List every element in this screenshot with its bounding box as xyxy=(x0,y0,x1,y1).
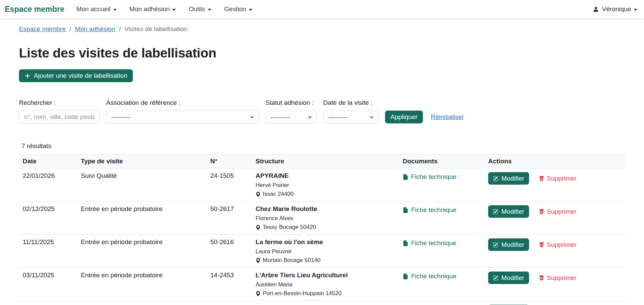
search-label: Rechercher : xyxy=(19,99,100,107)
table-row: 02/12/2025 Entrée en période probatoire … xyxy=(19,202,625,235)
delete-button[interactable]: Supprimer xyxy=(539,175,577,182)
visit-type: Entrée en période probatoire xyxy=(81,272,163,279)
trash-icon xyxy=(539,209,544,214)
map-pin-icon xyxy=(256,192,261,197)
number-cell: 24-1505 xyxy=(207,168,252,202)
table-body: 22/01/2026 Suivi Qualité 24-1505 APYRAIN… xyxy=(19,168,625,305)
structure-location: Issac 24400 xyxy=(256,191,395,197)
statut-select[interactable]: --------- xyxy=(265,111,317,123)
nav-links: Mon accueil Mon adhésion Outils Gestion xyxy=(70,0,259,18)
header-type: Type de visite xyxy=(77,155,207,168)
modify-button[interactable]: Modifier xyxy=(488,172,529,185)
modify-button[interactable]: Modifier xyxy=(488,205,529,218)
location-text: Mortain Bocage 50140 xyxy=(263,257,320,264)
date-cell: 22/01/2026 xyxy=(19,168,77,202)
location-text: Issac 24400 xyxy=(263,191,294,197)
delete-label: Supprimer xyxy=(547,175,577,182)
date-label: Date de la visite : xyxy=(323,99,379,107)
fiche-technique-link[interactable]: Fiche technique xyxy=(403,206,456,214)
table-row: 22/01/2026 Suivi Qualité 24-1505 APYRAIN… xyxy=(19,168,625,202)
search-input[interactable] xyxy=(19,111,100,123)
structure-cell: L'Arbre Tiers Lieu Agriculturel Aurélien… xyxy=(252,268,399,301)
fiche-technique-link[interactable]: Fiche technique xyxy=(403,273,456,280)
pencil-square-icon xyxy=(493,275,498,281)
reset-link[interactable]: Réinitialiser xyxy=(431,113,464,121)
nav-item-mon-accueil[interactable]: Mon accueil xyxy=(70,0,123,18)
type-cell: Entrée en période probatoire xyxy=(77,268,207,301)
type-cell: Entrée en période probatoire xyxy=(77,235,207,268)
nav-item-outils[interactable]: Outils xyxy=(182,0,218,18)
visit-number: 50-2617 xyxy=(210,205,234,212)
breadcrumb-link-mon-adhesion[interactable]: Mon adhésion xyxy=(75,25,115,33)
nav-item-label: Mon adhésion xyxy=(129,5,170,13)
structure-name: L'Arbre Tiers Lieu Agriculturel xyxy=(256,272,395,279)
structure-location: Mortain Bocage 50140 xyxy=(256,257,395,264)
breadcrumb-separator: / xyxy=(119,25,121,33)
modify-button[interactable]: Modifier xyxy=(488,272,529,284)
fiche-technique-link[interactable]: Fiche technique xyxy=(403,239,456,247)
structure-name: Chez Marie Roulotte xyxy=(256,205,395,213)
trash-icon xyxy=(539,242,544,248)
type-cell: Suivi Qualité xyxy=(77,168,207,202)
structure-cell: La ferme où l'on sème Laura Peuvrel Mort… xyxy=(252,235,399,268)
number-cell: 14-2453 xyxy=(207,301,252,305)
date-filter-group: Date de la visite : --------- xyxy=(323,99,379,123)
visit-date: 02/12/2025 xyxy=(23,205,55,212)
modify-label: Modifier xyxy=(501,241,524,249)
filters-bar: Rechercher : Association de référence : … xyxy=(19,99,625,123)
chevron-down-icon xyxy=(172,9,176,11)
association-filter-group: Association de référence : --------- xyxy=(106,99,259,123)
pencil-square-icon xyxy=(493,209,498,214)
visit-number: 24-1505 xyxy=(210,172,234,179)
date-cell: 02/12/2025 xyxy=(19,202,77,235)
nav-item-gestion[interactable]: Gestion xyxy=(218,0,259,18)
number-cell: 50-2616 xyxy=(207,235,252,268)
association-select[interactable]: --------- xyxy=(106,111,259,123)
table-row: 03/11/2025 Fin de période probatoire 14-… xyxy=(19,301,625,305)
header-documents: Documents xyxy=(399,155,484,168)
structure-cell: L'Arbre Tiers Lieu Agriculturel xyxy=(252,301,399,305)
header-actions: Actions xyxy=(484,155,625,168)
page-title: Liste des visites de labellisation xyxy=(19,46,625,61)
plus-icon xyxy=(24,73,31,79)
number-cell: 14-2453 xyxy=(207,268,252,301)
nav-item-mon-adhesion[interactable]: Mon adhésion xyxy=(123,0,182,18)
brand-link[interactable]: Espace membre xyxy=(5,5,64,14)
location-text: Port-en-Bessin-Huppain 14520 xyxy=(263,290,341,297)
apply-button[interactable]: Appliquer xyxy=(385,111,423,123)
visit-type: Entrée en période probatoire xyxy=(81,238,163,245)
structure-cell: Chez Marie Roulotte Florence Alves Tessy… xyxy=(252,202,399,235)
results-count: 7 résultats xyxy=(22,142,625,150)
type-cell: Fin de période probatoire xyxy=(77,301,207,305)
nav-item-label: Mon accueil xyxy=(76,5,110,13)
breadcrumb-separator: / xyxy=(69,25,71,33)
fiche-technique-label: Fiche technique xyxy=(411,273,456,280)
visit-type: Suivi Qualité xyxy=(81,172,117,179)
user-menu[interactable]: Véronique xyxy=(591,5,639,13)
modify-label: Modifier xyxy=(501,208,524,215)
contact-name: Florence Alves xyxy=(256,215,395,222)
date-cell: 11/11/2025 xyxy=(19,235,77,268)
modify-label: Modifier xyxy=(501,274,524,282)
date-cell: 03/11/2025 xyxy=(19,268,77,301)
date-select[interactable]: --------- xyxy=(323,111,379,123)
visits-table: Date Type de visite N° Structure Documen… xyxy=(19,154,625,305)
table-row: 03/11/2025 Entrée en période probatoire … xyxy=(19,268,625,301)
add-visit-button[interactable]: Ajouter une visite de labellisation xyxy=(19,69,133,82)
breadcrumb-link-espace-membre[interactable]: Espace membre xyxy=(19,25,66,33)
visit-date: 22/01/2026 xyxy=(23,172,55,179)
actions-cell: Modifier Supprimer xyxy=(484,301,625,305)
structure-name: APYRAINE xyxy=(256,172,395,180)
modify-label: Modifier xyxy=(501,175,524,182)
breadcrumb: Espace membre / Mon adhésion / Visites d… xyxy=(19,25,625,33)
nav-item-label: Gestion xyxy=(224,5,246,13)
delete-button[interactable]: Supprimer xyxy=(539,208,577,215)
modify-button[interactable]: Modifier xyxy=(488,238,529,251)
delete-button[interactable]: Supprimer xyxy=(539,274,577,282)
fiche-technique-link[interactable]: Fiche technique xyxy=(403,173,456,181)
delete-button[interactable]: Supprimer xyxy=(539,241,577,249)
visit-type: Entrée en période probatoire xyxy=(81,205,163,212)
file-icon xyxy=(403,274,408,279)
actions-cell: Modifier Supprimer xyxy=(484,202,625,235)
visit-date: 03/11/2025 xyxy=(23,272,54,279)
